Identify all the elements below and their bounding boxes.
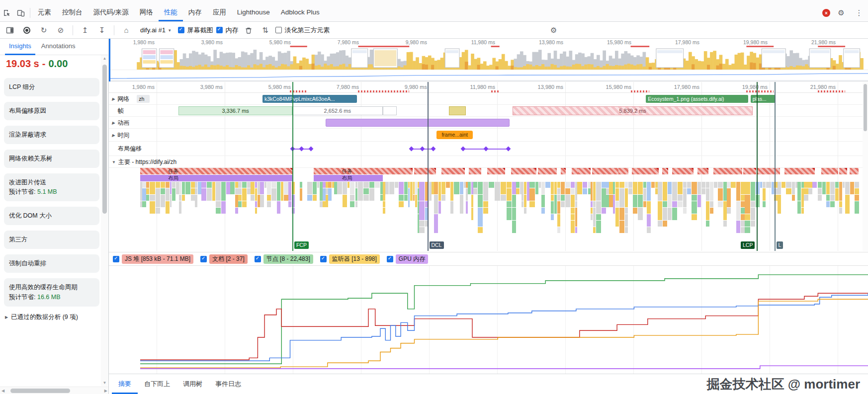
frame-bar[interactable]: 2,652.6 ms [292,106,383,115]
timing-marker[interactable]: frame...aint [436,131,473,139]
scrollbar-thumb[interactable] [102,65,107,214]
scroll-up-icon[interactable]: ▲ [103,56,107,61]
cpu-activity-overview[interactable] [109,46,868,70]
detail-tab-调用树[interactable]: 调用树 [176,374,209,394]
garbage-collect-icon[interactable] [242,23,256,37]
profile-select[interactable]: dify.ai #1 ▾ [136,25,175,35]
load-profile-icon[interactable]: ↥ [78,23,92,37]
clear-icon[interactable]: ⊘ [54,23,68,37]
chevron-right-icon[interactable]: ▶ [112,133,115,137]
sidebar-horizontal-scrollbar[interactable]: ◀ ▶ [0,387,109,394]
scroll-right-icon[interactable]: ▶ [104,389,107,393]
insight-card[interactable]: 使用高效的缓存生命周期预计节省: 16.6 MB [4,278,99,307]
dock-panel-icon[interactable] [3,23,17,37]
frame-bar[interactable] [383,106,397,115]
insight-card[interactable]: 改进图片传送预计节省: 5.1 MB [4,173,99,202]
tab-annotations[interactable]: Annotations [37,39,80,55]
network-request[interactable]: k3kCo84MPvpLmixcA63oeA... [262,95,357,103]
dim-third-parties-checkbox[interactable]: 淡化第三方元素 [275,26,330,35]
memory-overview-line[interactable] [109,70,868,81]
sidebar-vertical-scrollbar[interactable]: ▲ ▼ [101,55,108,386]
memory-counter-toggle[interactable]: GPU 内存 [387,254,428,264]
network-request[interactable]: plas... [751,95,776,103]
settings-gear-icon[interactable]: ⚙ [834,6,848,20]
main-vertical-scrollbar[interactable] [863,82,868,251]
save-profile-icon[interactable]: ↧ [95,23,109,37]
chevron-right-icon[interactable]: ▶ [112,96,115,101]
scrollbar-track[interactable] [4,387,104,394]
panel-tab-Adblock Plus[interactable]: Adblock Plus [275,4,325,21]
track-frames[interactable]: 帧 3,336.7 ms2,652.6 ms5,839.2 ms [109,105,868,117]
detail-tab-事件日志[interactable]: 事件日志 [209,374,248,394]
live-metrics-home-icon[interactable]: ⌂ [119,23,133,37]
chevron-right-icon[interactable]: ▶ [112,120,115,125]
panel-tab-内存[interactable]: 内存 [183,4,207,21]
layout-shift-diamond-icon[interactable] [506,147,511,152]
insight-card[interactable]: 强制自动重排 [4,254,99,273]
marker-badge-L[interactable]: L [777,241,783,249]
tab-insights[interactable]: Insights [5,39,35,55]
memory-counter-toggle[interactable]: 文档 [2 - 37] [200,254,248,264]
network-request[interactable]: Ecosystem_1.png (assets.dify.ai) [646,95,748,103]
record-button[interactable] [20,23,34,37]
memory-checkbox[interactable]: 内存 [216,26,239,35]
insight-card[interactable]: 网络依赖关系树 [4,150,99,168]
track-animations[interactable]: ▶动画 [109,117,868,129]
panel-tab-Lighthouse[interactable]: Lighthouse [232,4,275,21]
track-layout-shifts[interactable]: 布局偏移 [109,142,868,156]
track-timings[interactable]: ▶时间 frame...aint [109,129,868,142]
frame-bar[interactable]: 5,839.2 ms [513,106,753,115]
scrollbar-thumb[interactable] [864,84,867,131]
screenshots-checkbox[interactable]: 屏幕截图 [178,26,213,35]
panel-tab-应用[interactable]: 应用 [207,4,232,21]
timeline-overview[interactable]: 1,980 ms3,980 ms5,980 ms7,980 ms9,980 ms… [109,39,868,81]
layout-shift-diamond-icon[interactable] [461,147,466,152]
frame-bar[interactable]: 3,336.7 ms [178,106,292,115]
up-down-arrows-icon[interactable]: ⇅ [259,23,272,37]
detail-tab-自下而上[interactable]: 自下而上 [138,374,176,394]
layout-shift-diamond-icon[interactable] [420,147,425,152]
layout-shift-diamond-icon[interactable] [483,147,488,152]
layout-shift-diamond-icon[interactable] [409,147,414,152]
insight-card[interactable]: LCP 细分 [4,78,99,96]
animation-bar[interactable] [326,119,510,127]
marker-badge-DCL[interactable]: DCL [430,241,444,249]
capture-settings-gear-icon[interactable]: ⚙ [547,23,561,37]
memory-counter-toggle[interactable]: 节点 [8 - 22,483] [255,254,313,264]
frame-bar[interactable] [449,106,466,115]
passed-insights-row[interactable]: ▶ 已通过的数据分析 (9 项) [0,313,108,321]
detail-tab-摘要[interactable]: 摘要 [112,374,138,394]
layout-shift-diamond-icon[interactable] [290,147,295,152]
insight-card[interactable]: 第三方 [4,231,99,249]
layout-shift-diamond-icon[interactable] [299,147,304,152]
scrollbar-thumb[interactable] [10,389,70,393]
layout-shift-diamond-icon[interactable] [431,147,436,152]
reload-record-icon[interactable]: ↻ [37,23,51,37]
more-menu-icon[interactable]: ⋮ [852,6,866,20]
error-badge-icon[interactable]: × [822,9,830,17]
track-main-thread-header[interactable]: ▼主要 - https://dify.ai/zh [109,156,868,168]
panel-tab-源代码/来源[interactable]: 源代码/来源 [88,4,134,21]
panel-tab-网络[interactable]: 网络 [134,4,159,21]
device-toolbar-icon[interactable] [14,6,28,20]
layout-shift-diamond-icon[interactable] [308,147,313,152]
range-selection-handle[interactable] [109,39,110,81]
memory-counters-chart[interactable] [109,266,868,374]
insight-card[interactable]: 优化 DOM 大小 [4,207,99,225]
scrollbar-track[interactable] [101,61,108,381]
scroll-down-icon[interactable]: ▼ [103,381,107,385]
marker-badge-FCP[interactable]: FCP [294,241,309,249]
insight-card[interactable]: 渲染屏蔽请求 [4,126,99,144]
marker-badge-LCP[interactable]: LCP [741,241,755,249]
memory-counter-toggle[interactable]: JS 堆 [853 kB - 71.1 MB] [113,254,193,264]
panel-tab-元素[interactable]: 元素 [32,4,57,21]
track-network[interactable]: ▶网络 zhk3kCo84MPvpLmixcA63oeA...Ecosystem… [109,93,868,105]
panel-tab-控制台[interactable]: 控制台 [57,4,88,21]
network-request[interactable]: zh [137,95,150,103]
flame-chart[interactable]: 任务任务布局布局 FCPDCLLCPL [109,168,868,251]
insight-card[interactable]: 布局偏移原因 [4,102,99,120]
memory-counter-toggle[interactable]: 监听器 [13 - 898] [320,254,380,264]
panel-tab-性能[interactable]: 性能 [159,4,183,21]
chevron-down-icon[interactable]: ▼ [112,159,116,164]
inspect-icon[interactable] [0,6,14,20]
